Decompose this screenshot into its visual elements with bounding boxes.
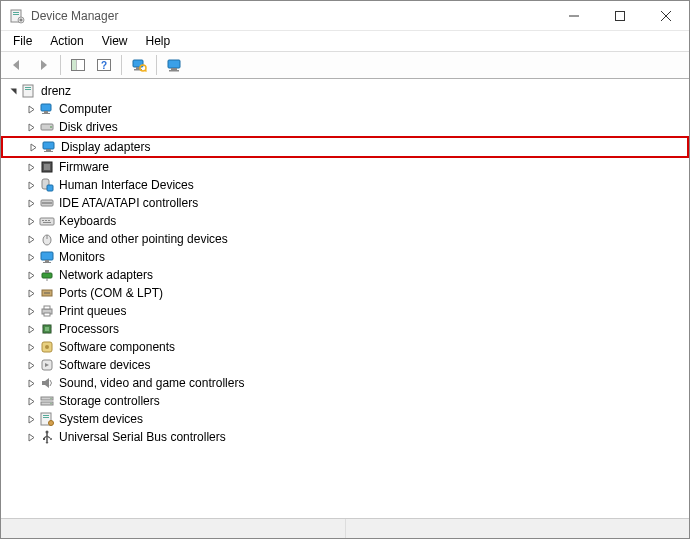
tree-item[interactable]: IDE ATA/ATAPI controllers xyxy=(1,194,689,212)
tree-item[interactable]: Software devices xyxy=(1,356,689,374)
toolbar-separator xyxy=(121,55,122,75)
tree-item[interactable]: Firmware xyxy=(1,158,689,176)
svg-rect-12 xyxy=(72,60,76,70)
close-button[interactable] xyxy=(643,1,689,31)
expand-icon[interactable] xyxy=(23,375,39,391)
collapse-icon[interactable] xyxy=(5,83,21,99)
expand-icon[interactable] xyxy=(23,339,39,355)
expand-icon[interactable] xyxy=(23,429,39,445)
tree-item[interactable]: Monitors xyxy=(1,248,689,266)
menu-view[interactable]: View xyxy=(94,33,136,49)
expand-icon[interactable] xyxy=(23,411,39,427)
svg-rect-5 xyxy=(20,19,23,20)
tree-item[interactable]: Processors xyxy=(1,320,689,338)
tree-item[interactable]: Disk drives xyxy=(1,118,689,136)
monitor-icon xyxy=(39,249,55,265)
expand-icon[interactable] xyxy=(23,177,39,193)
tree-item[interactable]: Mice and other pointing devices xyxy=(1,230,689,248)
ide-icon xyxy=(39,195,55,211)
tree-item-label: Keyboards xyxy=(59,214,116,228)
toolbar-separator xyxy=(60,55,61,75)
expand-icon[interactable] xyxy=(23,101,39,117)
expand-icon[interactable] xyxy=(23,303,39,319)
tree-item[interactable]: Keyboards xyxy=(1,212,689,230)
expand-icon[interactable] xyxy=(23,393,39,409)
statusbar-cell xyxy=(1,519,346,538)
expand-icon[interactable] xyxy=(23,195,39,211)
tree-item-label: Storage controllers xyxy=(59,394,160,408)
computer-icon xyxy=(39,101,55,117)
expand-icon[interactable] xyxy=(23,267,39,283)
devices-button[interactable] xyxy=(162,54,186,76)
menubar: File Action View Help xyxy=(1,31,689,51)
mouse-icon xyxy=(39,231,55,247)
menu-help[interactable]: Help xyxy=(138,33,179,49)
show-hide-tree-button[interactable] xyxy=(66,54,90,76)
help-button[interactable]: ? xyxy=(92,54,116,76)
toolbar: ? xyxy=(1,51,689,79)
tree-item-label: Computer xyxy=(59,102,112,116)
expand-icon[interactable] xyxy=(23,249,39,265)
tree-item[interactable]: Network adapters xyxy=(1,266,689,284)
keyboard-icon xyxy=(39,213,55,229)
tree-item[interactable]: Software components xyxy=(1,338,689,356)
tree-item-label: Print queues xyxy=(59,304,126,318)
swdev-icon xyxy=(39,357,55,373)
tree-item[interactable]: System devices xyxy=(1,410,689,428)
expand-icon[interactable] xyxy=(23,159,39,175)
expand-icon[interactable] xyxy=(23,357,39,373)
statusbar-cell xyxy=(346,519,690,538)
back-button[interactable] xyxy=(5,54,29,76)
svg-rect-20 xyxy=(168,60,180,68)
tree-item[interactable]: Storage controllers xyxy=(1,392,689,410)
titlebar: Device Manager xyxy=(1,1,689,31)
tree-item-label: Software devices xyxy=(59,358,150,372)
svg-rect-23 xyxy=(23,85,33,97)
scan-hardware-button[interactable] xyxy=(127,54,151,76)
tree-item[interactable]: Display adapters xyxy=(3,138,687,156)
expand-icon[interactable] xyxy=(25,139,41,155)
printer-icon xyxy=(39,303,55,319)
expand-icon[interactable] xyxy=(23,231,39,247)
svg-rect-2 xyxy=(13,14,19,15)
expand-icon[interactable] xyxy=(23,285,39,301)
tree-item-label: Ports (COM & LPT) xyxy=(59,286,163,300)
svg-rect-21 xyxy=(171,68,177,70)
expand-icon[interactable] xyxy=(23,119,39,135)
expand-icon[interactable] xyxy=(23,321,39,337)
swcomp-icon xyxy=(39,339,55,355)
tree-item[interactable]: Universal Serial Bus controllers xyxy=(1,428,689,446)
expand-icon[interactable] xyxy=(23,213,39,229)
computer-root-icon xyxy=(21,83,37,99)
tree-item-label: Display adapters xyxy=(61,140,150,154)
tree-item-label: Network adapters xyxy=(59,268,153,282)
tree-item[interactable]: Ports (COM & LPT) xyxy=(1,284,689,302)
svg-rect-22 xyxy=(169,70,179,72)
tree-item[interactable]: Sound, video and game controllers xyxy=(1,374,689,392)
storage-icon xyxy=(39,393,55,409)
hid-icon xyxy=(39,177,55,193)
menu-file[interactable]: File xyxy=(5,33,40,49)
svg-rect-7 xyxy=(616,11,625,20)
tree-item[interactable]: Human Interface Devices xyxy=(1,176,689,194)
forward-button[interactable] xyxy=(31,54,55,76)
system-icon xyxy=(39,411,55,427)
network-icon xyxy=(39,267,55,283)
tree-root-label: drenz xyxy=(41,84,71,98)
toolbar-separator xyxy=(156,55,157,75)
tree-item-label: Human Interface Devices xyxy=(59,178,194,192)
svg-text:?: ? xyxy=(101,60,107,71)
tree-item-label: Software components xyxy=(59,340,175,354)
menu-action[interactable]: Action xyxy=(42,33,91,49)
tree-item-label: Mice and other pointing devices xyxy=(59,232,228,246)
device-tree[interactable]: drenz ComputerDisk drivesDisplay adapter… xyxy=(1,79,689,518)
tree-item[interactable]: Computer xyxy=(1,100,689,118)
svg-rect-24 xyxy=(25,87,31,88)
tree-root-row[interactable]: drenz xyxy=(1,82,689,100)
minimize-button[interactable] xyxy=(551,1,597,31)
usb-icon xyxy=(39,429,55,445)
window-title: Device Manager xyxy=(31,9,118,23)
tree-item[interactable]: Print queues xyxy=(1,302,689,320)
tree-item-label: Processors xyxy=(59,322,119,336)
maximize-button[interactable] xyxy=(597,1,643,31)
